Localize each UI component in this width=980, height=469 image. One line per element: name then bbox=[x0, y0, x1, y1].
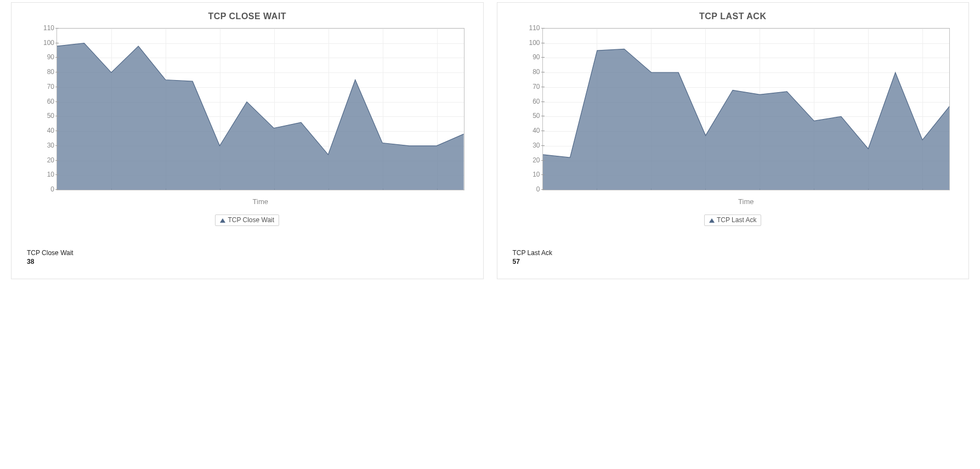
y-tick-label: 40 bbox=[513, 127, 540, 134]
chart-legend: TCP Close Wait bbox=[27, 214, 468, 226]
plot-area: 02:0004:0006:0008:0010:0012:0014:00 bbox=[542, 28, 950, 190]
y-tick-label: 40 bbox=[27, 127, 54, 134]
x-axis-label: Time bbox=[56, 197, 464, 206]
svg-marker-3 bbox=[709, 218, 715, 223]
y-tick-label: 10 bbox=[27, 171, 54, 178]
y-tick-label: 110 bbox=[27, 24, 54, 32]
panel-title: TCP CLOSE WAIT bbox=[27, 12, 468, 21]
y-tick-label: 100 bbox=[27, 39, 54, 47]
y-tick-label: 30 bbox=[27, 142, 54, 149]
y-tick-label: 60 bbox=[27, 98, 54, 105]
chart-area[interactable]: 02:0004:0006:0008:0010:0012:0014:00 Time… bbox=[513, 25, 954, 211]
y-tick-label: 90 bbox=[513, 53, 540, 61]
y-tick-label: 30 bbox=[513, 142, 540, 149]
chart-area[interactable]: 02:0004:0006:0008:0010:0012:0014:00 Time… bbox=[27, 25, 468, 211]
y-tick-label: 20 bbox=[513, 156, 540, 164]
legend-item[interactable]: TCP Last Ack bbox=[704, 214, 761, 226]
area-series bbox=[543, 29, 950, 190]
summary-label: TCP Last Ack bbox=[513, 249, 954, 257]
y-tick-label: 110 bbox=[513, 24, 540, 32]
chart-legend: TCP Last Ack bbox=[513, 214, 954, 226]
y-tick-label: 80 bbox=[27, 68, 54, 76]
summary-label: TCP Close Wait bbox=[27, 249, 468, 257]
area-series bbox=[57, 29, 464, 190]
y-tick-label: 70 bbox=[513, 83, 540, 91]
plot-area: 02:0004:0006:0008:0010:0012:0014:00 bbox=[56, 28, 464, 190]
svg-marker-1 bbox=[220, 218, 225, 223]
summary-value: 57 bbox=[513, 258, 954, 265]
legend-swatch-icon bbox=[709, 217, 715, 224]
y-tick-label: 0 bbox=[513, 185, 540, 193]
y-tick-label: 50 bbox=[27, 112, 54, 120]
dashboard: TCP CLOSE WAIT 02:0004:0006:0008:0010:00… bbox=[0, 0, 980, 290]
y-tick-label: 60 bbox=[513, 98, 540, 105]
metric-summary: TCP Last Ack 57 bbox=[513, 249, 954, 265]
legend-swatch-icon bbox=[220, 217, 225, 224]
y-tick-label: 80 bbox=[513, 68, 540, 76]
svg-marker-0 bbox=[57, 43, 464, 190]
metric-summary: TCP Close Wait 38 bbox=[27, 249, 468, 265]
summary-value: 38 bbox=[27, 258, 468, 265]
legend-label: TCP Last Ack bbox=[717, 216, 756, 224]
y-tick-label: 90 bbox=[27, 53, 54, 61]
y-tick-label: 10 bbox=[513, 171, 540, 178]
panel-title: TCP LAST ACK bbox=[513, 12, 954, 21]
y-tick-label: 0 bbox=[27, 185, 54, 193]
panel-tcp-close-wait: TCP CLOSE WAIT 02:0004:0006:0008:0010:00… bbox=[11, 2, 484, 279]
y-tick-label: 20 bbox=[27, 156, 54, 164]
legend-item[interactable]: TCP Close Wait bbox=[215, 214, 279, 226]
legend-label: TCP Close Wait bbox=[228, 216, 274, 224]
y-tick-label: 50 bbox=[513, 112, 540, 120]
y-tick-label: 70 bbox=[27, 83, 54, 91]
x-axis-label: Time bbox=[542, 197, 950, 206]
panel-tcp-last-ack: TCP LAST ACK 02:0004:0006:0008:0010:0012… bbox=[497, 2, 970, 279]
y-tick-label: 100 bbox=[513, 39, 540, 47]
svg-marker-2 bbox=[543, 49, 950, 190]
